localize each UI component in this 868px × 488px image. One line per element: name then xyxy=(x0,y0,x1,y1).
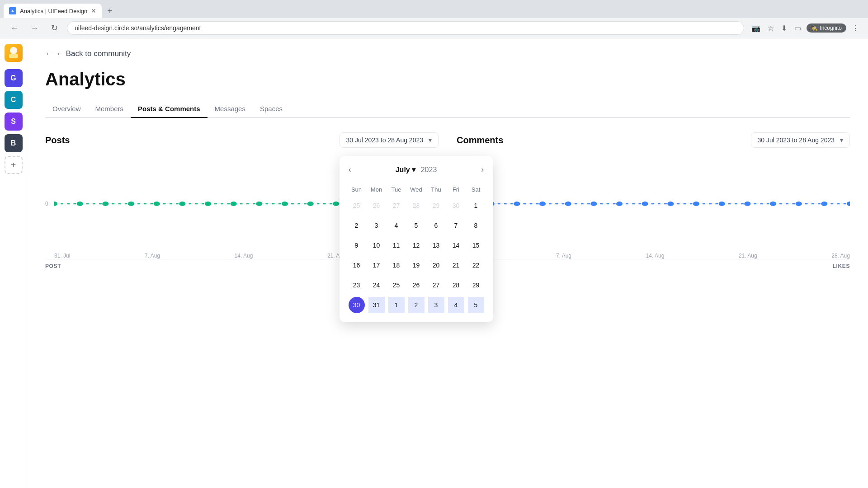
refresh-button[interactable]: ↻ xyxy=(47,21,61,35)
add-community-button[interactable]: + xyxy=(5,156,23,174)
screen-icon[interactable]: ▭ xyxy=(793,22,803,34)
cal-day-30-selected[interactable]: 30 xyxy=(349,297,365,313)
cal-day-1-next[interactable]: 1 xyxy=(388,297,405,313)
sidebar-item-b[interactable]: B xyxy=(5,134,23,152)
cal-day-4-next[interactable]: 4 xyxy=(448,297,464,313)
cal-day-27-prev[interactable]: 27 xyxy=(388,197,405,214)
cal-day-29-prev[interactable]: 29 xyxy=(428,197,444,214)
calendar-month-select[interactable]: July ▾ xyxy=(396,165,415,174)
active-tab[interactable]: A Analytics | UIFeed Design ✕ xyxy=(4,4,102,18)
menu-button[interactable]: ⋮ xyxy=(850,22,861,34)
camera-icon[interactable]: 📷 xyxy=(750,22,762,34)
cal-day-22[interactable]: 22 xyxy=(468,257,484,273)
sidebar-item-g[interactable]: G xyxy=(5,69,23,87)
sidebar-logo[interactable] xyxy=(5,44,23,62)
cal-day-13[interactable]: 13 xyxy=(428,237,444,253)
sidebar: G C S B + xyxy=(0,38,27,488)
cal-day-28[interactable]: 28 xyxy=(448,277,464,293)
cal-day-5-next[interactable]: 5 xyxy=(468,297,484,313)
cal-day-2[interactable]: 2 xyxy=(349,217,365,234)
cal-day-15[interactable]: 15 xyxy=(468,237,484,253)
tab-overview[interactable]: Overview xyxy=(45,100,88,118)
cal-header-fri: Fri xyxy=(446,183,466,196)
cal-day-24[interactable]: 24 xyxy=(368,277,385,293)
svg-point-12 xyxy=(205,202,211,206)
address-bar[interactable]: uifeed-design.circle.so/analytics/engage… xyxy=(67,21,744,35)
cal-week-1: 25 26 27 28 29 30 1 xyxy=(347,196,486,216)
svg-point-28 xyxy=(565,202,571,206)
cal-day-12[interactable]: 12 xyxy=(408,237,425,253)
cal-day-14[interactable]: 14 xyxy=(448,237,464,253)
svg-point-37 xyxy=(796,202,802,206)
cal-day-25[interactable]: 25 xyxy=(388,277,405,293)
back-arrow-icon: ← xyxy=(45,50,52,58)
cal-day-19[interactable]: 19 xyxy=(408,257,425,273)
tab-messages[interactable]: Messages xyxy=(208,100,253,118)
forward-button[interactable]: → xyxy=(27,21,42,35)
cal-day-26-prev[interactable]: 26 xyxy=(368,197,385,214)
posts-date-selector[interactable]: 30 Jul 2023 to 28 Aug 2023 ▾ xyxy=(340,132,439,148)
bookmark-icon[interactable]: ☆ xyxy=(766,22,776,34)
new-tab-button[interactable]: + xyxy=(104,4,116,18)
posts-x-label-2: 14. Aug xyxy=(235,253,253,259)
cal-day-25-prev[interactable]: 25 xyxy=(349,197,365,214)
svg-point-8 xyxy=(102,202,108,206)
tab-posts-comments[interactable]: Posts & Comments xyxy=(131,100,208,118)
download-icon[interactable]: ⬇ xyxy=(779,22,789,34)
cal-day-3[interactable]: 3 xyxy=(368,217,385,234)
cal-day-18[interactable]: 18 xyxy=(388,257,405,273)
cal-day-21[interactable]: 21 xyxy=(448,257,464,273)
calendar-next-button[interactable]: › xyxy=(480,163,486,176)
comments-chart: 0 xyxy=(457,159,850,249)
svg-point-36 xyxy=(770,202,776,206)
comments-date-selector[interactable]: 30 Jul 2023 to 28 Aug 2023 ▾ xyxy=(751,132,850,148)
cal-day-27[interactable]: 27 xyxy=(428,277,444,293)
cal-day-16[interactable]: 16 xyxy=(349,257,365,273)
calendar-header: ‹ July ▾ 2023 › xyxy=(347,163,486,176)
cal-day-9[interactable]: 9 xyxy=(349,237,365,253)
cal-day-23[interactable]: 23 xyxy=(349,277,365,293)
calendar-dropdown: ‹ July ▾ 2023 › xyxy=(340,156,493,322)
cal-day-17[interactable]: 17 xyxy=(368,257,385,273)
cal-header-tue: Tue xyxy=(387,183,406,196)
back-link-text: ← Back to community xyxy=(56,49,131,58)
tab-members[interactable]: Members xyxy=(88,100,131,118)
sidebar-item-c[interactable]: C xyxy=(5,91,23,109)
cal-day-30-prev[interactable]: 30 xyxy=(448,197,464,214)
cal-day-5[interactable]: 5 xyxy=(408,217,425,234)
cal-day-28-prev[interactable]: 28 xyxy=(408,197,425,214)
cal-day-20[interactable]: 20 xyxy=(428,257,444,273)
cal-day-6[interactable]: 6 xyxy=(428,217,444,234)
cal-day-11[interactable]: 11 xyxy=(388,237,405,253)
back-button[interactable]: ← xyxy=(7,21,22,35)
cal-day-7[interactable]: 7 xyxy=(448,217,464,234)
calendar-month-label: July xyxy=(396,166,410,174)
cal-day-29[interactable]: 29 xyxy=(468,277,484,293)
svg-point-26 xyxy=(514,202,520,206)
cal-header-mon: Mon xyxy=(367,183,387,196)
cal-day-10[interactable]: 10 xyxy=(368,237,385,253)
content-grid: Posts 30 Jul 2023 to 28 Aug 2023 ▾ ‹ xyxy=(45,132,850,273)
cal-header-sun: Sun xyxy=(347,183,367,196)
cal-week-4: 16 17 18 19 20 21 22 xyxy=(347,255,486,275)
sidebar-item-s[interactable]: S xyxy=(5,113,23,131)
cal-day-2-next[interactable]: 2 xyxy=(408,297,425,313)
tab-close-button[interactable]: ✕ xyxy=(91,7,96,14)
tab-spaces[interactable]: Spaces xyxy=(253,100,290,118)
cal-week-3: 9 10 11 12 13 14 15 xyxy=(347,235,486,255)
cal-day-8[interactable]: 8 xyxy=(468,217,484,234)
back-to-community-link[interactable]: ← ← Back to community xyxy=(45,49,850,58)
cal-header-sat: Sat xyxy=(466,183,486,196)
cal-day-26[interactable]: 26 xyxy=(408,277,425,293)
comments-section: Comments 30 Jul 2023 to 28 Aug 2023 ▾ 0 xyxy=(457,132,850,273)
cal-day-4[interactable]: 4 xyxy=(388,217,405,234)
calendar-prev-button[interactable]: ‹ xyxy=(347,163,353,176)
cal-day-3-next[interactable]: 3 xyxy=(428,297,444,313)
svg-point-9 xyxy=(128,202,134,206)
svg-point-14 xyxy=(256,202,262,206)
posts-section-header: Posts 30 Jul 2023 to 28 Aug 2023 ▾ ‹ xyxy=(45,132,439,155)
cal-day-31[interactable]: 31 xyxy=(368,297,385,313)
posts-section: Posts 30 Jul 2023 to 28 Aug 2023 ▾ ‹ xyxy=(45,132,439,273)
svg-point-17 xyxy=(333,202,339,206)
cal-day-1[interactable]: 1 xyxy=(468,197,484,214)
